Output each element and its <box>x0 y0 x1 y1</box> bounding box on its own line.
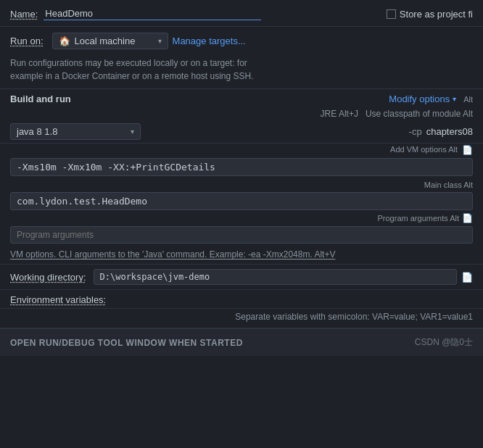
add-vm-hint-row: Add VM options Alt 📄 <box>0 144 483 155</box>
vm-description-text: VM options. CLI arguments to the 'Java' … <box>10 249 335 260</box>
main-class-hint: Main class Alt <box>424 181 473 189</box>
vm-icon: 📄 <box>462 145 473 155</box>
env-vars-desc-text: Separate variables with semicolon: VAR=v… <box>235 312 473 322</box>
run-on-row: Run on: 🏠 Local machine ▾ Manage targets… <box>0 27 483 54</box>
prog-args-hint: Program arguments Alt <box>378 214 460 223</box>
modify-options-button[interactable]: Modify options ▾ <box>389 94 456 104</box>
main-panel: Name: Store as project fi Run on: 🏠 Loca… <box>0 0 483 356</box>
name-label: Name: <box>10 9 38 20</box>
store-project-container: Store as project fi <box>387 9 473 20</box>
chevron-down-icon: ▾ <box>131 128 134 136</box>
build-run-section-header: Build and run Modify options ▾ Alt <box>0 88 483 107</box>
build-run-title: Build and run <box>10 94 71 104</box>
chevron-down-icon: ▾ <box>158 37 162 45</box>
top-bar: Name: Store as project fi <box>0 0 483 27</box>
run-on-description: Run configurations may be executed local… <box>0 54 483 88</box>
main-class-hint-row: Main class Alt <box>0 179 483 189</box>
house-icon: 🏠 <box>59 36 70 46</box>
run-on-label: Run on: <box>10 36 44 46</box>
jre-label: JRE Alt+J <box>321 109 358 119</box>
prog-args-icon: 📄 <box>462 213 473 223</box>
prog-args-input-row <box>0 223 483 246</box>
java-version-select[interactable]: java 8 1.8 ▾ <box>10 123 141 140</box>
store-project-label: Store as project fi <box>400 9 473 20</box>
alt-hint: Alt <box>463 95 473 104</box>
watermark-label: CSDN @隐0士 <box>415 336 473 349</box>
env-vars-row: Environment variables: <box>0 290 483 309</box>
working-dir-input[interactable] <box>94 269 457 285</box>
vm-options-input[interactable] <box>10 158 473 176</box>
vm-input-row <box>0 155 483 179</box>
working-dir-label: Working directory: <box>10 272 86 283</box>
vm-description: VM options. CLI arguments to the 'Java' … <box>0 246 483 265</box>
name-input[interactable] <box>44 7 261 20</box>
run-on-select[interactable]: 🏠 Local machine ▾ <box>52 33 168 49</box>
prog-args-input[interactable] <box>10 226 473 244</box>
main-class-input[interactable] <box>10 192 473 210</box>
working-dir-row: Working directory: 📄 <box>0 265 483 290</box>
cp-value: chapters08 <box>426 126 473 137</box>
prog-args-hint-row: Program arguments Alt 📄 <box>0 213 483 223</box>
cp-label: -cp <box>409 126 422 137</box>
run-on-machine-name: Local machine <box>75 36 136 46</box>
bottom-bar: OPEN RUN/DEBUG TOOL WINDOW WHEN STARTED … <box>0 328 483 356</box>
use-classpath-label: Use classpath of module Alt <box>366 109 473 119</box>
main-class-input-row <box>0 189 483 213</box>
java-row: java 8 1.8 ▾ -cp chapters08 <box>0 120 483 144</box>
env-vars-label: Environment variables: <box>10 294 106 305</box>
open-run-debug-label: OPEN RUN/DEBUG TOOL WINDOW WHEN STARTED <box>10 338 243 348</box>
manage-targets-link[interactable]: Manage targets... <box>173 36 246 46</box>
chevron-down-icon: ▾ <box>453 95 456 103</box>
modify-options-label: Modify options <box>389 94 450 104</box>
folder-icon[interactable]: 📄 <box>461 272 473 283</box>
env-vars-description: Separate variables with semicolon: VAR=v… <box>0 309 483 328</box>
java-version-label: java 8 1.8 <box>17 126 57 137</box>
jre-row: JRE Alt+J Use classpath of module Alt <box>0 107 483 120</box>
store-project-checkbox[interactable] <box>387 9 396 19</box>
add-vm-hint: Add VM options Alt <box>390 145 458 154</box>
